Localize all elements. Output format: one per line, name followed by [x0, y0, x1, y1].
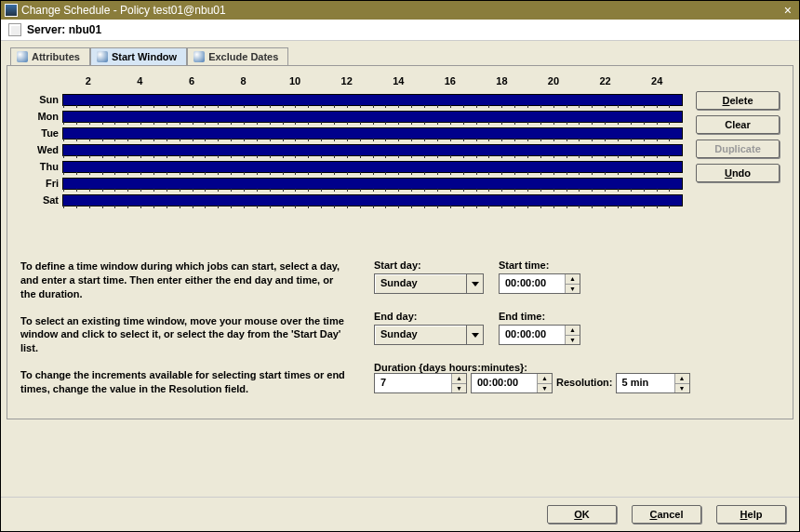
instructions: To define a time window during which job… [20, 259, 346, 409]
server-label: Server: [27, 23, 65, 36]
titlebar: Change Schedule - Policy test01@nbu01 × [1, 1, 799, 20]
server-row: Server: nbu01 [1, 20, 799, 41]
start-time-value: 00:00:00 [500, 274, 565, 293]
resolution-label: Resolution: [556, 377, 613, 388]
hour-tick: 10 [269, 75, 321, 91]
duration-label: Duration {days hours:minutes}: [374, 362, 527, 373]
start-window-icon [97, 51, 108, 62]
day-label: Fri [20, 175, 59, 192]
end-time-label: End time: [499, 311, 580, 322]
delete-button[interactable]: Delete [696, 91, 780, 110]
day-label: Thu [20, 158, 59, 175]
end-day-label: End day: [374, 311, 484, 322]
cancel-button[interactable]: Cancel [632, 505, 701, 524]
spinner-down-icon[interactable]: ▼ [452, 384, 466, 393]
hour-tick: 14 [372, 75, 424, 91]
spinner-down-icon[interactable]: ▼ [566, 336, 580, 345]
spinner-up-icon[interactable]: ▲ [452, 374, 466, 384]
server-value: nbu01 [69, 23, 101, 36]
server-icon [8, 23, 21, 36]
schedule-day-row[interactable] [62, 125, 683, 141]
end-day-value: Sunday [375, 326, 466, 344]
day-label: Sun [20, 91, 59, 108]
tab-start-window[interactable]: Start Window [90, 47, 187, 65]
ok-button[interactable]: OK [547, 505, 617, 524]
end-day-select[interactable]: Sunday [374, 325, 484, 345]
duration-days-value: 7 [375, 374, 451, 392]
duration-days-spinner[interactable]: 7 ▲▼ [374, 373, 467, 393]
start-time-label: Start time: [499, 259, 580, 271]
duplicate-button: Duplicate [696, 140, 780, 158]
start-day-value: Sunday [375, 274, 466, 293]
app-icon [5, 4, 18, 17]
tab-exclude-dates-label: Exclude Dates [208, 51, 278, 62]
spinner-up-icon[interactable]: ▲ [538, 374, 552, 384]
tab-exclude-dates[interactable]: Exclude Dates [187, 47, 288, 65]
window-title: Change Schedule - Policy test01@nbu01 [21, 4, 780, 17]
tab-attributes[interactable]: Attributes [10, 47, 90, 65]
day-label: Mon [20, 108, 59, 125]
spinner-up-icon[interactable]: ▲ [566, 274, 580, 285]
hour-tick: 22 [580, 75, 632, 91]
exclude-dates-icon [193, 51, 205, 62]
hour-tick: 6 [166, 75, 218, 91]
instruction-2: To select an existing time window, move … [20, 314, 346, 356]
resolution-value: 5 min [617, 374, 674, 392]
start-day-select[interactable]: Sunday [374, 273, 484, 294]
undo-button[interactable]: Undo [696, 164, 780, 182]
tab-attributes-label: Attributes [32, 51, 80, 62]
spinner-up-icon[interactable]: ▲ [566, 326, 580, 336]
chevron-down-icon[interactable] [466, 326, 483, 344]
duration-time-spinner[interactable]: 00:00:00 ▲▼ [471, 373, 553, 393]
day-label: Tue [20, 125, 59, 141]
instruction-3: To change the increments available for s… [20, 368, 346, 396]
hour-tick: 18 [476, 75, 528, 91]
schedule-day-row[interactable] [62, 192, 683, 208]
start-time-spinner[interactable]: 00:00:00 ▲▼ [499, 273, 580, 294]
schedule-day-row[interactable] [62, 158, 683, 175]
end-time-spinner[interactable]: 00:00:00 ▲▼ [499, 325, 580, 345]
schedule-day-row[interactable] [62, 91, 683, 108]
hour-tick: 16 [424, 75, 476, 91]
hour-tick: 24 [631, 75, 683, 91]
schedule-day-row[interactable] [62, 141, 683, 158]
tab-start-window-label: Start Window [112, 51, 177, 62]
start-day-label: Start day: [374, 259, 484, 271]
schedule-grid[interactable]: 24681012141618202224 [62, 75, 687, 208]
day-labels: SunMonTueWedThuFriSat [20, 75, 62, 208]
hour-tick: 20 [527, 75, 580, 91]
spinner-up-icon[interactable]: ▲ [675, 374, 689, 384]
close-icon[interactable]: × [780, 3, 795, 18]
help-button[interactable]: Help [716, 505, 786, 524]
duration-time-value: 00:00:00 [472, 374, 537, 392]
schedule-day-row[interactable] [62, 108, 683, 125]
day-label: Sat [20, 192, 59, 208]
resolution-spinner[interactable]: 5 min ▲▼ [616, 373, 690, 393]
spinner-down-icon[interactable]: ▼ [675, 384, 689, 393]
hour-tick: 2 [62, 75, 114, 91]
spinner-down-icon[interactable]: ▼ [566, 285, 580, 294]
hour-tick: 4 [114, 75, 167, 91]
hour-header: 24681012141618202224 [62, 75, 683, 91]
attributes-icon [17, 51, 28, 62]
tab-strip: Attributes Start Window Exclude Dates [10, 47, 288, 64]
hour-tick: 8 [218, 75, 270, 91]
hour-tick: 12 [321, 75, 373, 91]
instruction-1: To define a time window during which job… [20, 259, 346, 301]
spinner-down-icon[interactable]: ▼ [538, 384, 552, 393]
chevron-down-icon[interactable] [466, 274, 483, 293]
end-time-value: 00:00:00 [500, 326, 565, 344]
clear-button[interactable]: Clear [696, 115, 780, 134]
schedule-day-row[interactable] [62, 175, 683, 192]
day-label: Wed [20, 141, 59, 158]
